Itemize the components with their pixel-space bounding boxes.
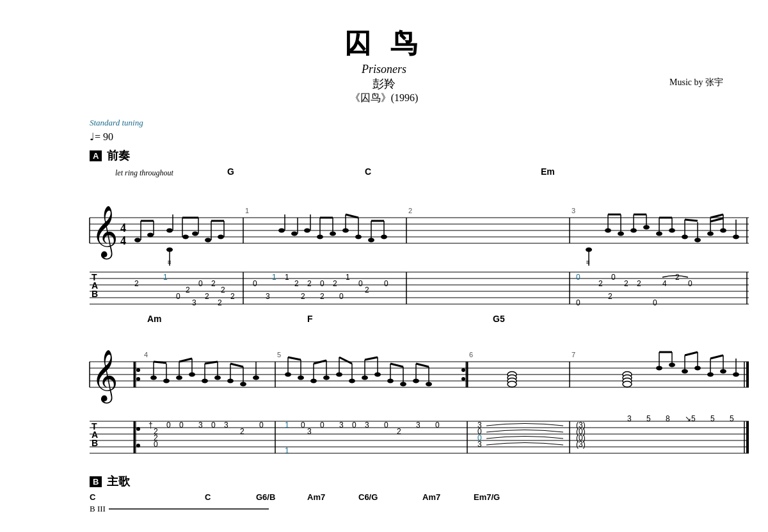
svg-line-46 [346, 214, 358, 218]
barre-label: B III [90, 504, 106, 514]
svg-point-203 [461, 368, 465, 372]
svg-text:3: 3 [198, 421, 203, 430]
chord-label-G6B: G6/B [256, 492, 307, 502]
svg-point-17 [182, 235, 189, 239]
svg-text:0: 0 [198, 279, 203, 288]
bar-num-3: 3 [572, 207, 575, 214]
svg-text:0: 0 [611, 273, 616, 282]
svg-line-190 [365, 357, 378, 360]
svg-text:2: 2 [240, 427, 244, 436]
tab-num-ledger: ≡ [168, 259, 172, 266]
svg-line-156 [154, 362, 166, 363]
svg-text:3: 3 [307, 427, 312, 436]
svg-point-49 [381, 235, 387, 239]
svg-line-76 [710, 214, 723, 218]
svg-text:0: 0 [176, 292, 180, 301]
chord-label-Am7: Am7 [307, 492, 358, 502]
row2-system: Am F G5 𝄞 [51, 310, 717, 467]
svg-text:0: 0 [435, 421, 440, 430]
tab-n-1-blue: 1 [163, 273, 168, 282]
svg-text:2: 2 [294, 279, 299, 288]
bar-num-6: 6 [469, 351, 473, 359]
chord-G5: G5 [493, 314, 505, 324]
section-a-label: A 前奏 [90, 148, 730, 163]
svg-text:2: 2 [186, 286, 190, 294]
svg-point-239 [136, 427, 140, 431]
chord-F: F [307, 314, 313, 324]
svg-line-221 [685, 352, 698, 355]
svg-text:3: 3 [192, 298, 196, 307]
row2-svg: 𝄞 4 5 6 7 [51, 326, 755, 467]
chord-label-C1: C [90, 492, 205, 502]
svg-text:0: 0 [253, 279, 257, 288]
svg-text:0: 0 [653, 298, 657, 307]
svg-text:2: 2 [221, 286, 225, 294]
svg-text:8: 8 [666, 414, 670, 423]
svg-text:0: 0 [320, 279, 324, 288]
svg-text:2: 2 [320, 292, 324, 301]
chord-label-C6G: C6/G [358, 492, 422, 502]
svg-text:3: 3 [339, 421, 344, 430]
svg-text:2: 2 [205, 292, 209, 301]
svg-text:3: 3 [416, 421, 420, 430]
tab-b: B [92, 289, 98, 299]
bottom-chords-row: C C G6/B Am7 C6/G Am7 Em7/G B III [90, 492, 678, 514]
svg-point-32 [291, 232, 298, 236]
svg-text:4: 4 [662, 279, 667, 288]
bar-num-5: 5 [277, 351, 281, 359]
chord-C: C [365, 166, 371, 177]
svg-line-224 [710, 355, 723, 359]
svg-text:2: 2 [301, 292, 305, 301]
svg-text:2: 2 [307, 279, 312, 288]
svg-text:0: 0 [339, 292, 344, 301]
bar-num-2: 2 [408, 207, 412, 214]
svg-point-19 [192, 232, 198, 236]
svg-line-196 [416, 364, 429, 367]
svg-text:1: 1 [285, 421, 289, 430]
chord-label-C2: C [205, 492, 256, 502]
chord-label-Em7G: Em7/G [474, 492, 525, 502]
svg-text:5: 5 [730, 414, 734, 423]
row1-chords: let ring throughout G C Em [115, 163, 717, 182]
svg-text:1: 1 [272, 273, 276, 282]
svg-point-30 [278, 229, 285, 233]
svg-text:2: 2 [333, 279, 337, 288]
svg-text:5: 5 [646, 414, 651, 423]
svg-point-22 [205, 238, 211, 243]
row1-svg: 𝄞 4 4 1 2 3 [51, 182, 755, 310]
svg-text:3: 3 [365, 421, 369, 430]
svg-text:0: 0 [154, 440, 158, 449]
chord-label-Am7-2: Am7 [422, 492, 474, 502]
barre-line-svg [109, 505, 269, 513]
svg-point-10 [134, 238, 141, 243]
svg-point-204 [461, 377, 465, 381]
treble-clef-2: 𝄞 [92, 350, 118, 404]
title-chinese: 囚 鸟 [38, 26, 730, 61]
svg-line-187 [339, 357, 352, 364]
tempo: ♩= 90 [90, 131, 730, 143]
tab-b-2: B [92, 438, 98, 448]
svg-text:0: 0 [301, 421, 305, 430]
svg-line-193 [390, 364, 403, 367]
svg-text:3: 3 [266, 292, 270, 301]
svg-text:2: 2 [397, 427, 401, 436]
svg-point-24 [218, 235, 224, 239]
treble-clef: 𝄞 [92, 206, 118, 260]
svg-point-15 [166, 229, 173, 233]
svg-text:(3): (3) [576, 440, 586, 449]
svg-line-73 [685, 220, 698, 221]
time-sig-top: 4 [120, 222, 126, 234]
svg-line-159 [179, 359, 192, 362]
svg-point-137 [137, 369, 140, 372]
let-ring-text: let ring throughout [115, 168, 173, 178]
svg-text:↘5: ↘5 [685, 414, 696, 423]
svg-text:2: 2 [675, 273, 680, 282]
section-a-name: 前奏 [107, 148, 130, 163]
svg-text:3: 3 [224, 421, 228, 430]
tuning-section: Standard tuning ♩= 90 [90, 118, 730, 143]
section-a-box: A [90, 150, 102, 161]
tempo-value: ♩= 90 [90, 131, 113, 143]
svg-text:0: 0 [688, 279, 692, 288]
svg-text:0: 0 [384, 279, 388, 288]
svg-text:2: 2 [365, 286, 369, 294]
